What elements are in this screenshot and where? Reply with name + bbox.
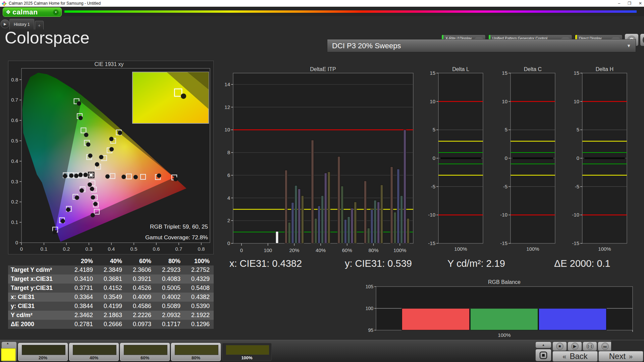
svg-text:100%: 100% — [454, 246, 467, 252]
stop-session-button[interactable] — [535, 349, 551, 361]
svg-text:0: 0 — [227, 240, 230, 246]
preset-value: DCI P3 20% Sweeps — [332, 42, 401, 50]
tab-expander-button[interactable]: ▶ — [1, 19, 9, 28]
play-button[interactable]: ▶ — [568, 342, 582, 351]
app-icon — [2, 1, 7, 6]
svg-text:0.5: 0.5 — [11, 138, 18, 143]
back-button[interactable]: « Back — [552, 351, 598, 362]
svg-text:6: 6 — [227, 172, 230, 178]
tab-bar: ▶ History 1 + X-Rite i1Display OEM Plasm… — [0, 16, 644, 30]
loop-button[interactable]: ∞ — [598, 342, 612, 351]
svg-text:RGB Triplet: 59, 60, 25: RGB Triplet: 59, 60, 25 — [150, 224, 208, 230]
delta-l-panel: 151050-5-10-15100%Delta L — [427, 66, 485, 252]
series-button[interactable]: [··] — [583, 342, 597, 351]
patch-thumbnail — [22, 345, 65, 355]
patch-label: 100% — [222, 355, 271, 360]
svg-text:100%: 100% — [393, 247, 406, 252]
chevron-down-icon[interactable]: ▼ — [53, 9, 59, 15]
patch-thumbnail — [175, 345, 218, 355]
svg-text:0: 0 — [20, 246, 23, 252]
svg-text:-15: -15 — [572, 240, 579, 246]
film-card-80%[interactable]: 80% — [171, 343, 221, 361]
svg-text:0.5: 0.5 — [130, 246, 138, 252]
svg-text:0.4: 0.4 — [108, 246, 115, 252]
delta-c-chart: 151050-5-10-15100%Delta C — [499, 66, 557, 252]
svg-text:100%: 100% — [526, 246, 539, 252]
rgb-balance-chart: 10510095100%RGB Balance — [366, 279, 636, 338]
svg-text:0.1: 0.1 — [11, 219, 18, 225]
readout-y-cie31: y: CIE31: 0.539 — [345, 258, 412, 269]
stop-button[interactable]: ■ — [552, 342, 567, 351]
svg-text:-10: -10 — [572, 212, 579, 218]
deltae-itp-chart: 02468101214010020%40%60%80%100%DeltaE IT… — [221, 66, 415, 252]
close-icon[interactable]: ✕ — [639, 1, 642, 6]
svg-text:DeltaE ITP: DeltaE ITP — [310, 66, 336, 72]
svg-text:100%: 100% — [598, 246, 611, 252]
current-patch-swatch — [1, 348, 16, 361]
app-window: Calman 2025 Calman Home for Samsung - Un… — [0, 0, 644, 362]
transport-disabled-zone — [611, 340, 644, 351]
patch-label: 20% — [18, 355, 67, 360]
play-icon: ▶ — [571, 343, 579, 350]
stop-square-icon — [539, 351, 548, 360]
bottom-bar: ▲ 20%40%60%80%100% ▲ ■▶[··]∞⟳✓ « Back Ne… — [0, 340, 644, 362]
svg-text:15: 15 — [574, 70, 579, 76]
svg-text:10: 10 — [224, 127, 230, 132]
svg-text:20%: 20% — [289, 247, 299, 252]
chevron-up-icon: ▲ — [542, 343, 545, 347]
delta-h-panel: 151050-5-10-15100%Delta H — [571, 66, 629, 252]
loop-icon: ∞ — [601, 343, 609, 350]
collapse-panel-button[interactable]: ◀ — [640, 34, 644, 46]
patch-label: 80% — [171, 355, 220, 360]
svg-text:-5: -5 — [431, 184, 435, 189]
svg-text:-15: -15 — [428, 240, 435, 246]
svg-text:0.8: 0.8 — [198, 246, 205, 252]
chevron-down-icon: ▼ — [627, 43, 631, 48]
preset-dropdown[interactable]: DCI P3 20% Sweeps ▼ — [327, 39, 636, 52]
table-row: Target Y cd/m²2.41892.38492.36062.29232.… — [8, 265, 214, 275]
transport-up-arrow-button[interactable]: ▲ — [535, 342, 551, 348]
svg-text:10: 10 — [430, 99, 435, 104]
minimize-icon[interactable]: – — [618, 1, 620, 6]
svg-text:100: 100 — [366, 306, 373, 311]
svg-text:14: 14 — [224, 81, 230, 87]
strip-up-arrow-button[interactable]: ▲ — [3, 341, 12, 346]
maximize-icon[interactable]: ❐ — [628, 1, 631, 6]
patch-label: 60% — [120, 355, 169, 360]
readout-deltae-2000: ΔE 2000: 0.1 — [554, 258, 610, 269]
series-icon: [··] — [586, 343, 594, 350]
svg-text:0.3: 0.3 — [11, 179, 18, 184]
svg-text:-10: -10 — [428, 212, 435, 218]
svg-text:100%: 100% — [498, 332, 511, 338]
chevrons-left-icon: « — [562, 353, 566, 360]
title-bar: Calman 2025 Calman Home for Samsung - Un… — [0, 0, 644, 7]
svg-text:RGB Balance: RGB Balance — [488, 279, 521, 285]
calman-menu-button[interactable]: ❖ calman ▼ — [3, 7, 62, 17]
svg-text:4: 4 — [227, 195, 230, 201]
next-button[interactable]: Next » — [598, 351, 643, 362]
spectrum-bar — [64, 10, 637, 13]
svg-text:95: 95 — [368, 327, 373, 333]
delta-h-chart: 151050-5-10-15100%Delta H — [571, 66, 629, 252]
svg-text:0: 0 — [240, 247, 243, 252]
next-button-label: Next — [609, 352, 626, 361]
svg-text:8: 8 — [227, 149, 230, 155]
svg-text:2: 2 — [227, 218, 230, 223]
chevron-left-icon: ◀ — [643, 36, 644, 44]
delta-l-chart: 151050-5-10-15100%Delta L — [427, 66, 485, 252]
window-title: Calman 2025 Calman Home for Samsung - Un… — [9, 1, 101, 6]
film-card-40%[interactable]: 40% — [69, 343, 119, 361]
svg-text:Delta H: Delta H — [596, 66, 613, 72]
svg-text:60%: 60% — [342, 247, 352, 252]
film-card-20%[interactable]: 20% — [18, 343, 68, 361]
svg-text:0.6: 0.6 — [153, 246, 160, 252]
stop-icon: ■ — [556, 343, 564, 350]
calman-logo-icon: ❖ — [6, 9, 11, 16]
film-card-60%[interactable]: 60% — [120, 343, 170, 361]
calman-logo-text: calman — [12, 8, 38, 16]
patch-thumbnail — [124, 345, 167, 355]
film-card-100%[interactable]: 100% — [222, 343, 272, 361]
delta-c-panel: 151050-5-10-15100%Delta C — [499, 66, 557, 252]
patch-label: 40% — [69, 355, 118, 360]
svg-text:-15: -15 — [500, 240, 507, 246]
